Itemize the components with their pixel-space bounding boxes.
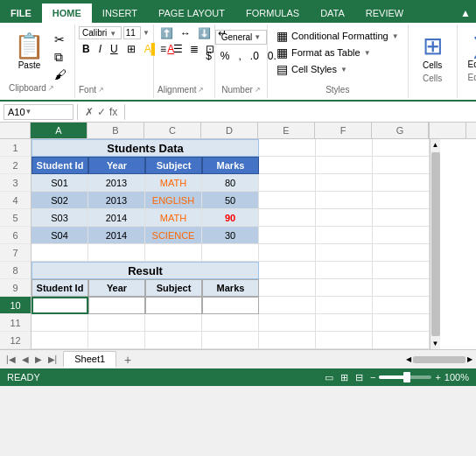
row-num-8[interactable]: 8 bbox=[0, 262, 31, 279]
col-header-b[interactable]: B bbox=[88, 123, 144, 138]
horizontal-scrollbar[interactable]: ◀ ▶ bbox=[406, 355, 472, 363]
number-expand-icon[interactable]: ↗ bbox=[255, 86, 261, 94]
cell-e3[interactable] bbox=[259, 174, 316, 192]
cell-b12[interactable] bbox=[88, 332, 145, 349]
cell-f8[interactable] bbox=[316, 262, 373, 279]
add-sheet-button[interactable]: + bbox=[120, 352, 136, 368]
cell-a10[interactable] bbox=[32, 297, 88, 314]
col-header-c[interactable]: C bbox=[144, 123, 201, 138]
cell-b7[interactable] bbox=[88, 244, 145, 262]
cell-g3[interactable] bbox=[373, 174, 430, 192]
cell-e2[interactable] bbox=[259, 157, 316, 174]
cell-b6[interactable]: 2014 bbox=[88, 227, 145, 244]
col-header-d[interactable]: D bbox=[201, 123, 258, 138]
tab-home[interactable]: HOME bbox=[42, 4, 92, 23]
cell-g4[interactable] bbox=[373, 192, 430, 209]
increase-decimal-button[interactable]: .0 bbox=[247, 48, 262, 64]
zoom-out-button[interactable]: − bbox=[370, 372, 375, 382]
cell-c5[interactable]: MATH bbox=[145, 209, 202, 227]
cell-f12[interactable] bbox=[316, 332, 373, 349]
tab-data[interactable]: DATA bbox=[310, 4, 355, 23]
cell-e9[interactable] bbox=[259, 279, 316, 297]
cell-e10[interactable] bbox=[259, 297, 316, 314]
italic-button[interactable]: I bbox=[95, 41, 105, 57]
col-header-g[interactable]: G bbox=[372, 123, 429, 138]
row-num-7[interactable]: 7 bbox=[0, 244, 31, 262]
cell-c4[interactable]: ENGLISH bbox=[145, 192, 202, 209]
alignment-expand-icon[interactable]: ↗ bbox=[198, 86, 204, 94]
align-top-button[interactable]: ⬆️ bbox=[158, 26, 176, 40]
tab-formulas[interactable]: FORMULAS bbox=[235, 4, 310, 23]
cell-f7[interactable] bbox=[316, 244, 373, 262]
col-header-e[interactable]: E bbox=[258, 123, 315, 138]
last-sheet-button[interactable]: ▶| bbox=[46, 354, 60, 365]
cell-a3[interactable]: S01 bbox=[32, 174, 88, 192]
zoom-in-button[interactable]: + bbox=[435, 372, 440, 382]
cell-c7[interactable] bbox=[145, 244, 202, 262]
tab-review[interactable]: REVIEW bbox=[355, 4, 414, 23]
bold-button[interactable]: B bbox=[79, 41, 94, 57]
cell-g7[interactable] bbox=[373, 244, 430, 262]
cell-a8[interactable]: Result bbox=[32, 262, 259, 279]
cell-d10[interactable] bbox=[202, 297, 259, 314]
cell-c9[interactable]: Subject bbox=[145, 279, 202, 297]
cell-c2[interactable]: Subject bbox=[145, 157, 202, 174]
cell-f1[interactable] bbox=[316, 139, 373, 157]
cell-f4[interactable] bbox=[316, 192, 373, 209]
cell-a6[interactable]: S04 bbox=[32, 227, 88, 244]
border-button[interactable]: ⊞ bbox=[123, 41, 139, 57]
name-box[interactable]: A10 ▼ bbox=[4, 104, 74, 120]
align-bottom-button[interactable]: ⬇️ bbox=[195, 26, 214, 40]
sheet-tab-sheet1[interactable]: Sheet1 bbox=[63, 351, 116, 368]
scroll-down-button[interactable]: ▼ bbox=[430, 338, 441, 349]
collapse-ribbon-btn[interactable]: ▲ bbox=[455, 4, 476, 23]
cell-f9[interactable] bbox=[316, 279, 373, 297]
insert-function-button[interactable]: fx bbox=[109, 106, 117, 118]
scroll-left-button[interactable]: ◀ bbox=[406, 355, 411, 363]
vertical-scrollbar[interactable]: ▲ ▼ bbox=[430, 139, 440, 349]
row-num-9[interactable]: 9 bbox=[0, 279, 31, 297]
cell-a9[interactable]: Student Id bbox=[32, 279, 88, 297]
align-right-button[interactable]: ≣ bbox=[187, 42, 201, 56]
cell-d7[interactable] bbox=[202, 244, 259, 262]
view-pagebreak-button[interactable]: ⊟ bbox=[355, 372, 363, 383]
row-num-10[interactable]: 10 bbox=[0, 297, 31, 314]
scroll-right-button[interactable]: ▶ bbox=[467, 355, 472, 363]
cell-d2[interactable]: Marks bbox=[202, 157, 259, 174]
cell-d12[interactable] bbox=[202, 332, 259, 349]
cell-b9[interactable]: Year bbox=[88, 279, 145, 297]
cell-e1[interactable] bbox=[259, 139, 316, 157]
cell-e11[interactable] bbox=[259, 314, 316, 332]
cell-b10[interactable] bbox=[88, 297, 145, 314]
cell-d3[interactable]: 80 bbox=[202, 174, 259, 192]
cell-b2[interactable]: Year bbox=[88, 157, 145, 174]
cell-a5[interactable]: S03 bbox=[32, 209, 88, 227]
currency-button[interactable]: $ bbox=[202, 48, 215, 64]
cells-button[interactable]: ⊞ Cells bbox=[416, 28, 450, 74]
cell-d4[interactable]: 50 bbox=[202, 192, 259, 209]
copy-button[interactable]: ⧉ bbox=[52, 49, 69, 66]
cell-f6[interactable] bbox=[316, 227, 373, 244]
h-scroll-thumb[interactable] bbox=[413, 356, 466, 363]
row-num-3[interactable]: 3 bbox=[0, 174, 31, 192]
cell-g6[interactable] bbox=[373, 227, 430, 244]
row-num-5[interactable]: 5 bbox=[0, 209, 31, 227]
col-header-f[interactable]: F bbox=[315, 123, 372, 138]
format-as-table-button[interactable]: ▦ Format as Table ▼ bbox=[273, 45, 402, 60]
cell-g11[interactable] bbox=[373, 314, 430, 332]
prev-sheet-button[interactable]: ◀ bbox=[19, 354, 32, 365]
zoom-slider[interactable] bbox=[379, 375, 431, 379]
cell-c12[interactable] bbox=[145, 332, 202, 349]
first-sheet-button[interactable]: |◀ bbox=[4, 354, 18, 365]
row-num-6[interactable]: 6 bbox=[0, 227, 31, 244]
cell-b4[interactable]: 2013 bbox=[88, 192, 145, 209]
cell-f11[interactable] bbox=[316, 314, 373, 332]
cell-c3[interactable]: MATH bbox=[145, 174, 202, 192]
cell-g8[interactable] bbox=[373, 262, 430, 279]
cell-b3[interactable]: 2013 bbox=[88, 174, 145, 192]
view-normal-button[interactable]: ▭ bbox=[325, 372, 333, 383]
paste-button[interactable]: 📋 Paste bbox=[9, 28, 50, 83]
cell-g2[interactable] bbox=[373, 157, 430, 174]
cell-d5[interactable]: 90 bbox=[202, 209, 259, 227]
cell-e6[interactable] bbox=[259, 227, 316, 244]
